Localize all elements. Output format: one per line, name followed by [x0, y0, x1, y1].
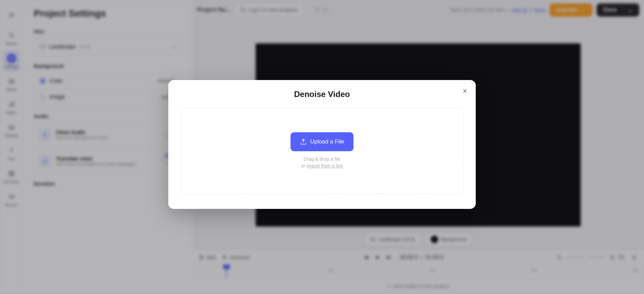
upload-dropzone[interactable]: Upload a File Drag & drop a file or impo… [180, 108, 464, 194]
import-link[interactable]: import from a link [306, 163, 343, 169]
upload-file-button[interactable]: Upload a File [291, 132, 353, 151]
modal-overlay[interactable]: Denoise Video Upload a File Drag & drop … [0, 0, 644, 294]
modal-title: Denoise Video [180, 90, 464, 99]
denoise-modal: Denoise Video Upload a File Drag & drop … [168, 80, 476, 209]
close-button[interactable] [459, 85, 470, 96]
close-icon [462, 88, 468, 94]
upload-icon [300, 138, 307, 145]
upload-hint: Drag & drop a file or import from a link [301, 156, 343, 169]
